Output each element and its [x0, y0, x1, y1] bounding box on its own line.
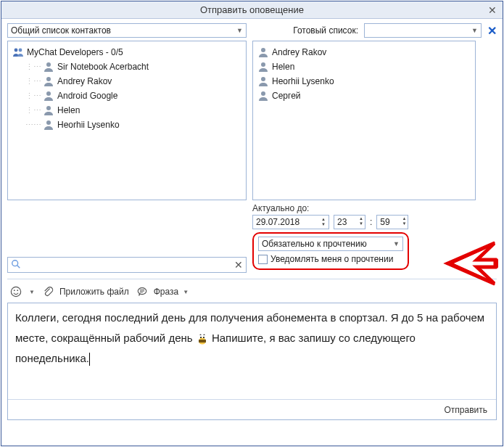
svg-point-0: [15, 49, 18, 52]
down-icon[interactable]: ▼: [321, 222, 326, 227]
message-input[interactable]: Коллеги, сегодня последний день для полу…: [8, 303, 496, 399]
priority-combo[interactable]: Обязательно к прочтению ▼: [258, 237, 403, 251]
ready-list-combo[interactable]: ▼: [364, 23, 482, 38]
chevron-down-icon: ▼: [393, 240, 400, 247]
svg-line-12: [17, 265, 20, 268]
close-icon[interactable]: ✕: [488, 4, 497, 16]
down-icon[interactable]: ▼: [402, 221, 406, 226]
list-item[interactable]: Helen: [257, 60, 471, 74]
message-container: Коллеги, сегодня последний день для полу…: [7, 303, 497, 420]
notify-checkbox-label: Уведомлять меня о прочтении: [270, 254, 393, 264]
list-item-label: Heorhii Lysenko: [272, 76, 334, 86]
tree-item[interactable]: ⋮⋯ Android Google: [12, 89, 241, 103]
contacts-combo[interactable]: Общий список контактов ▼: [7, 23, 247, 38]
user-icon: [257, 90, 269, 102]
notify-checkbox-row[interactable]: Уведомлять меня о прочтении: [258, 254, 403, 264]
user-icon: [257, 61, 269, 73]
search-icon: [11, 259, 21, 271]
top-row: Общий список контактов ▼ Готовый список:…: [1, 19, 503, 41]
tree-item-label: Android Google: [57, 91, 117, 101]
list-item-label: Andrey Rakov: [272, 47, 326, 57]
tree-item-label: Heorhii Lysenko: [57, 120, 120, 130]
bee-emoji-icon: [196, 332, 209, 345]
clear-ready-list-icon[interactable]: ✕: [487, 24, 497, 38]
svg-point-1: [19, 49, 22, 52]
chevron-down-icon: ▼: [29, 289, 35, 295]
tree-group-label: MyChat Developers - 0/5: [27, 47, 123, 57]
toolbar: ▼ Приложить файл Фраза ▼: [1, 282, 503, 301]
svg-point-11: [12, 260, 18, 266]
group-icon: [12, 46, 24, 58]
send-button[interactable]: Отправить: [444, 405, 487, 415]
tree-item[interactable]: ⋮⋯ Sir Notebook Acerbacht: [12, 60, 241, 74]
svg-point-6: [46, 120, 51, 125]
search-input[interactable]: ✕: [7, 257, 247, 273]
contacts-tree[interactable]: MyChat Developers - 0/5 ⋮⋯ Sir Notebook …: [7, 41, 247, 200]
tree-item[interactable]: ⋯⋯ Heorhii Lysenko: [12, 118, 241, 132]
chevron-down-icon: ▼: [236, 27, 243, 34]
up-icon[interactable]: ▲: [402, 216, 406, 221]
svg-point-22: [200, 337, 202, 338]
phrase-button[interactable]: Фраза ▼: [136, 286, 189, 298]
tree-item[interactable]: ⋮⋯ Helen: [12, 103, 241, 118]
search-row: ✕: [7, 254, 247, 273]
text-caret: [89, 353, 90, 366]
svg-point-5: [46, 106, 51, 110]
valid-until-label: Актуально до:: [252, 203, 309, 213]
attach-button[interactable]: Приложить файл: [42, 286, 129, 298]
contacts-combo-label: Общий список контактов: [11, 25, 111, 36]
tree-item-label: Andrey Rakov: [57, 76, 112, 86]
emoji-button[interactable]: ▼: [10, 286, 35, 298]
up-icon[interactable]: ▲: [321, 217, 326, 222]
user-icon: [43, 119, 54, 131]
date-value: 29.07.2018: [256, 217, 299, 227]
hour-spinner[interactable]: 23 ▲▼: [334, 215, 365, 229]
svg-point-4: [46, 91, 51, 96]
list-item[interactable]: Heorhii Lysenko: [257, 74, 471, 89]
tree-item-label: Helen: [57, 105, 80, 115]
svg-point-15: [14, 290, 15, 291]
minute-value: 59: [380, 217, 389, 227]
user-icon: [43, 61, 54, 73]
chevron-down-icon: ▼: [183, 289, 189, 295]
svg-point-21: [199, 338, 206, 345]
svg-point-7: [261, 48, 265, 52]
tree-item[interactable]: ⋮⋯ Andrey Rakov: [12, 74, 241, 89]
user-icon: [43, 104, 54, 116]
date-input[interactable]: 29.07.2018 ▲▼: [252, 215, 329, 229]
list-item[interactable]: Andrey Rakov: [257, 45, 471, 60]
ready-list-label: Готовый список:: [293, 25, 358, 36]
svg-point-9: [261, 77, 265, 81]
up-icon[interactable]: ▲: [359, 216, 363, 221]
user-icon: [43, 90, 54, 102]
attach-label: Приложить файл: [59, 287, 129, 297]
user-icon: [257, 75, 269, 87]
svg-point-23: [203, 337, 205, 338]
list-item[interactable]: Сергей: [257, 89, 471, 103]
list-item-label: Сергей: [272, 91, 301, 101]
priority-combo-label: Обязательно к прочтению: [262, 239, 367, 249]
clear-search-icon[interactable]: ✕: [234, 259, 243, 271]
titlebar: Отправить оповещение ✕: [1, 1, 503, 19]
message-footer: Отправить: [8, 399, 496, 419]
window-title: Отправить оповещение: [200, 4, 304, 15]
recipients-list[interactable]: Andrey Rakov Helen Heorhii Lysenko Серге…: [252, 41, 476, 200]
svg-point-2: [46, 62, 51, 67]
highlight-box: Обязательно к прочтению ▼ Уведомлять мен…: [252, 232, 409, 270]
middle-row: ✕ Актуально до: 29.07.2018 ▲▼ 23 ▲▼ :: [1, 200, 503, 273]
svg-point-10: [261, 91, 265, 96]
user-icon: [43, 75, 54, 87]
svg-point-14: [11, 287, 20, 296]
list-item-label: Helen: [272, 62, 294, 72]
paperclip-icon: [42, 286, 54, 298]
down-icon[interactable]: ▼: [359, 221, 363, 226]
chevron-down-icon: ▼: [471, 27, 478, 34]
hour-value: 23: [337, 217, 347, 227]
minute-spinner[interactable]: 59 ▲▼: [376, 215, 408, 229]
svg-point-8: [261, 62, 265, 67]
tree-group[interactable]: MyChat Developers - 0/5: [12, 45, 241, 60]
checkbox-icon[interactable]: [258, 255, 268, 264]
svg-point-16: [17, 290, 18, 291]
tree-item-label: Sir Notebook Acerbacht: [57, 62, 149, 72]
speech-icon: [136, 286, 148, 298]
